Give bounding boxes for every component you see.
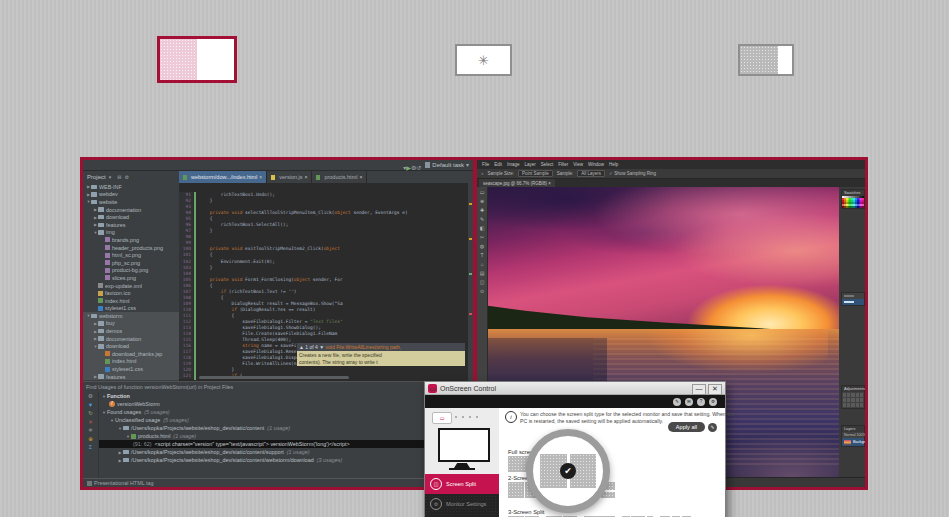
tree-item[interactable]: ▶documentation	[83, 335, 179, 343]
usage-row[interactable]: ▼Unclassified usage(5 usages)	[99, 416, 473, 424]
settings-icon[interactable]: ⚙	[124, 174, 128, 180]
menu-filter[interactable]: Filter	[558, 162, 568, 167]
settings-icon[interactable]: ⚙	[709, 398, 717, 406]
collapse-all-icon[interactable]: ⊟	[117, 174, 121, 180]
project-tree[interactable]: ▶WEB-INF▶webdev▼website▶documentation▶do…	[83, 183, 179, 381]
tree-item[interactable]: php_sc.png	[83, 259, 179, 267]
tree-item[interactable]: ▶documentation	[83, 206, 179, 214]
group-icon[interactable]: Σ	[89, 445, 92, 451]
expand-icon[interactable]: ⊕	[88, 437, 93, 443]
tree-item[interactable]: ▼webstorm	[83, 312, 179, 320]
usage-row[interactable]: fversionWebStorm	[99, 400, 473, 408]
monitor-pager-badge[interactable]: ▭	[432, 412, 452, 424]
tree-item[interactable]: ▼img	[83, 229, 179, 237]
tree-item[interactable]: styleset1.css	[83, 305, 179, 313]
tree-item[interactable]: brands.png	[83, 236, 179, 244]
adjustment-icon[interactable]	[847, 393, 850, 397]
background-layer-row[interactable]: Background	[842, 438, 864, 446]
tool-icon-7[interactable]: T	[480, 253, 483, 258]
editor-tab[interactable]: version.js×	[267, 171, 312, 183]
menu-edit[interactable]: Edit	[494, 162, 502, 167]
menu-window[interactable]: Window	[588, 162, 604, 167]
tree-item[interactable]: ▶features	[83, 373, 179, 381]
adjustment-icon[interactable]	[856, 398, 859, 402]
adjustment-icon[interactable]	[856, 393, 859, 397]
menu-item-screen-split[interactable]: ◫Screen Split	[425, 474, 499, 494]
tool-icon-0[interactable]: ▭	[480, 190, 485, 195]
tree-item[interactable]: ▼download	[83, 342, 179, 350]
minimize-button[interactable]: —	[692, 384, 706, 395]
usage-row[interactable]: ▶/Users/kopka/Projects/website/eshop_dev…	[99, 456, 473, 464]
tree-item[interactable]: favicon.ico	[83, 289, 179, 297]
horizontal-scrollbar[interactable]	[199, 376, 349, 379]
filter-icon[interactable]: ▼	[88, 403, 93, 409]
tool-icon-5[interactable]: ✂	[480, 235, 484, 240]
usage-result-row-selected[interactable]: (91: 62)<script charset="version" type="…	[99, 440, 473, 448]
sample-size-select[interactable]: Point Sample	[518, 170, 553, 177]
tab-close-icon[interactable]: ×	[259, 174, 262, 180]
tool-icon-4[interactable]: ◧	[480, 226, 485, 231]
tree-item[interactable]: ▶download	[83, 213, 179, 221]
adjustment-icon[interactable]	[860, 398, 863, 402]
adjustment-icon[interactable]	[860, 393, 863, 397]
adjustment-icon[interactable]	[860, 403, 863, 407]
usage-row[interactable]: ▼/Users/kopka/Projects/website/eshop_dev…	[99, 424, 473, 432]
usage-row[interactable]: ▼Function	[99, 392, 473, 400]
tree-item[interactable]: product-bg.png	[83, 267, 179, 275]
tree-item[interactable]: ▶WEB-INF	[83, 183, 179, 191]
close-icon[interactable]: ✕	[88, 420, 93, 426]
tree-item[interactable]: index.html	[83, 297, 179, 305]
adjustments-grid[interactable]	[842, 392, 864, 408]
pin-icon[interactable]: ✳	[88, 428, 93, 434]
share-icon[interactable]: ✎	[673, 398, 681, 406]
swatch-grid[interactable]	[842, 196, 864, 208]
help-icon[interactable]: ?	[697, 398, 705, 406]
apply-all-button[interactable]: Apply all	[668, 422, 705, 432]
project-panel-header[interactable]: Project ▾ ⊟⚙	[83, 171, 179, 183]
settings-icon[interactable]: ⚙	[88, 394, 93, 400]
menu-item-monitor-settings[interactable]: ⚙Monitor Settings	[425, 494, 499, 514]
rerun-icon[interactable]: ↻	[88, 411, 93, 417]
tree-item[interactable]: download_thanks.jsp	[83, 350, 179, 358]
usage-row[interactable]: ▶/Users/kopka/Projects/website/eshop_dev…	[99, 448, 473, 456]
document-tab[interactable]: seascape.jpg @ 66.7% (RGB/8) ×	[479, 179, 555, 187]
chat-icon[interactable]: ✉	[685, 398, 693, 406]
menu-help[interactable]: Help	[609, 162, 618, 167]
tool-icon-1[interactable]: ⊕	[480, 199, 484, 204]
usage-row[interactable]: ▼products.html(1 usage)	[99, 432, 473, 440]
tool-icon-8[interactable]: ⌂	[480, 262, 483, 267]
tool-icon-2[interactable]: ✚	[480, 208, 484, 213]
adjustment-icon[interactable]	[847, 398, 850, 402]
tool-icon-9[interactable]: ▤	[480, 271, 485, 276]
tree-item[interactable]: header_products.png	[83, 244, 179, 252]
menu-layer[interactable]: Layer	[525, 162, 536, 167]
menu-file[interactable]: File	[482, 162, 489, 167]
blend-mode-select[interactable]: Normal	[844, 433, 856, 437]
tree-item[interactable]: index.html	[83, 358, 179, 366]
adjustment-icon[interactable]	[843, 393, 846, 397]
run-configuration-select[interactable]: Default task ▾	[425, 162, 469, 168]
tree-item[interactable]: ▶demos	[83, 327, 179, 335]
tool-icon-6[interactable]: ◍	[480, 244, 484, 249]
tab-close-icon[interactable]: ×	[359, 174, 362, 180]
tree-item[interactable]: styleset1.css	[83, 365, 179, 373]
menu-view[interactable]: View	[573, 162, 583, 167]
tree-item[interactable]: exp-update.xml	[83, 282, 179, 290]
editor-tab[interactable]: webstorm/dow.../index.html×	[179, 171, 267, 183]
tree-item[interactable]: ▶features	[83, 221, 179, 229]
tab-close-icon[interactable]: ×	[305, 174, 308, 180]
history-row-selected[interactable]	[842, 299, 864, 305]
swatch-cell[interactable]	[862, 206, 864, 208]
dialog-title-bar[interactable]: ▭ OnScreen Control — ✕	[425, 382, 725, 395]
sampling-ring-checkbox[interactable]: ✓ Show Sampling Ring	[609, 171, 656, 176]
code-editor[interactable]: 9192939495969798991001011021031041051061…	[179, 183, 473, 381]
tree-item[interactable]: html_sc.png	[83, 251, 179, 259]
opacity-value[interactable]: 100%	[857, 433, 865, 437]
adjustment-icon[interactable]	[843, 403, 846, 407]
tool-icon-11[interactable]: ⊙	[480, 289, 484, 294]
editor-tab[interactable]: products.html×	[312, 171, 367, 183]
tree-item[interactable]: slices.png	[83, 274, 179, 282]
close-button[interactable]: ✕	[708, 384, 722, 395]
tool-icon-10[interactable]: ◫	[480, 280, 485, 285]
adjustment-icon[interactable]	[856, 403, 859, 407]
